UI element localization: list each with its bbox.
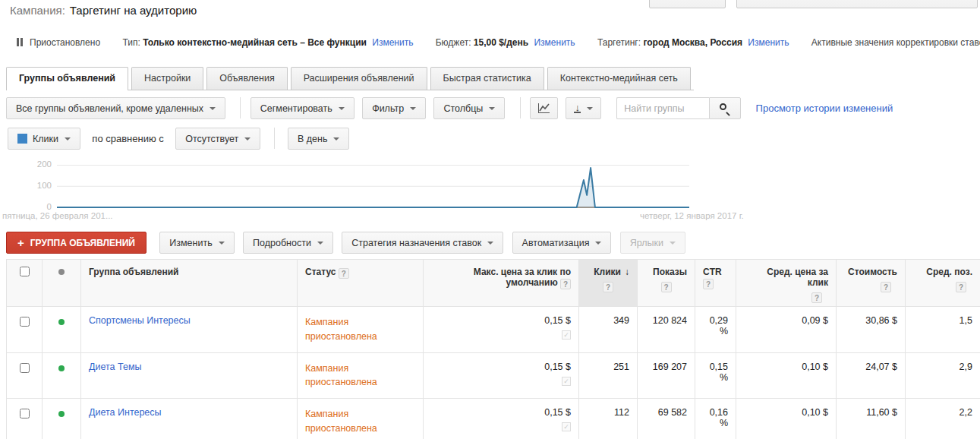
row-checkbox[interactable] (20, 409, 30, 418)
adwords-campaign-page: { "header": { "campaign_label": "Кампани… (0, 0, 980, 439)
add-adgroup-button[interactable]: +Группа объявлений (6, 232, 147, 254)
tab-quick-stats[interactable]: Быстрая статистика (430, 67, 544, 90)
edit-type-link[interactable]: Изменить (372, 37, 413, 48)
cost-value: 24,07 $ (837, 352, 906, 399)
tab-ads[interactable]: Объявления (206, 67, 287, 90)
edit-targeting-link[interactable]: Изменить (748, 37, 789, 48)
help-icon[interactable] (661, 282, 672, 292)
chevron-down-icon (489, 107, 495, 110)
search-input[interactable] (616, 97, 709, 119)
cost-value: 30,86 $ (837, 307, 906, 353)
sort-desc-icon (625, 267, 629, 277)
metric-dropdown[interactable]: Клики (8, 128, 80, 150)
campaign-state: Приостановлено (30, 37, 100, 48)
toolbar: Все группы объявлений, кроме удаленных С… (6, 97, 893, 119)
col-header-impressions[interactable]: Показы (638, 260, 695, 307)
chevron-down-icon (317, 242, 323, 245)
y-tick-label: 200 (0, 159, 52, 169)
change-history-link[interactable]: Просмотр истории изменений (756, 97, 893, 119)
divider (274, 128, 275, 149)
row-status: Кампания приостановлена (305, 315, 390, 344)
adgroups-table: Группа объявлений Статус Макс. цена за к… (6, 259, 980, 439)
col-header-avg-cpc[interactable]: Сред. цена за клик (736, 260, 837, 307)
toggle-chart-button[interactable] (530, 97, 558, 119)
campaign-targeting: Таргетинг: город Москва, Россия Изменить (597, 37, 792, 48)
help-icon[interactable] (339, 268, 349, 279)
row-status: Кампания приостановлена (305, 407, 390, 436)
select-all-checkbox[interactable] (20, 267, 30, 276)
compare-label: по сравнению с (92, 128, 163, 150)
row-checkbox[interactable] (20, 317, 30, 327)
chart-x-start-label: пятница, 26 февраля 201... (2, 211, 113, 220)
table-row: Диета Интересы Кампания приостановлена 0… (7, 399, 980, 439)
download-button[interactable]: ↓ (566, 97, 601, 119)
chevron-down-icon (587, 107, 593, 110)
details-dropdown[interactable]: Подробности (243, 232, 333, 254)
campaign-status-bar: Приостановлено Тип: Только контекстно-ме… (17, 37, 980, 49)
chevron-down-icon (595, 242, 601, 245)
table-header-row: Группа объявлений Статус Макс. цена за к… (7, 260, 980, 307)
search-button[interactable] (709, 97, 741, 119)
help-icon[interactable] (603, 282, 613, 292)
avg-pos-value: 2,9 (906, 352, 980, 399)
y-tick-label: 0 (0, 202, 52, 211)
filter-dropdown[interactable]: Фильтр (362, 97, 426, 119)
targeting-label: Таргетинг: (597, 37, 641, 48)
tab-adgroups[interactable]: Группы объявлений (6, 67, 128, 90)
header-toolbar-button-partial[interactable] (649, 0, 726, 8)
chevron-down-icon (339, 107, 345, 110)
page-header: Кампания:Таргетинг на аудиторию (10, 4, 197, 17)
help-icon[interactable] (811, 292, 822, 303)
help-icon[interactable] (881, 282, 891, 292)
segment-dropdown[interactable]: Сегментировать (251, 97, 355, 119)
adgroup-link[interactable]: Диета Темы (89, 362, 141, 372)
edit-dropdown[interactable]: Изменить (159, 232, 234, 254)
adgroup-link[interactable]: Диета Интересы (89, 407, 162, 418)
status-dot-icon (58, 319, 65, 325)
avg-cpc-value: 0,10 $ (736, 352, 837, 399)
campaign-type: Тип: Только контекстно-медийная сеть – В… (122, 37, 415, 48)
col-header-adgroup[interactable]: Группа объявлений (81, 260, 298, 307)
row-checkbox[interactable] (20, 363, 30, 373)
edit-bid-icon[interactable] (562, 330, 571, 340)
targeting-value: город Москва, Россия (643, 37, 742, 48)
date-range-button-partial[interactable] (736, 0, 978, 8)
chevron-down-icon (219, 242, 225, 245)
ctr-value: 0,29 % (695, 307, 736, 353)
help-icon[interactable] (956, 282, 966, 292)
adgroup-link[interactable]: Спортсмены Интересы (89, 315, 191, 326)
tab-ad-extensions[interactable]: Расширения объявлений (291, 67, 427, 90)
automation-dropdown[interactable]: Автоматизация (512, 232, 612, 254)
tab-display-network[interactable]: Контекстно-медийная сеть (547, 67, 691, 90)
help-icon[interactable] (560, 279, 571, 289)
search-icon (720, 103, 726, 110)
view-filter-dropdown[interactable]: Все группы объявлений, кроме удаленных (6, 97, 225, 119)
chart-icon (538, 103, 550, 113)
avg-pos-value: 2,2 (906, 399, 980, 439)
chevron-down-icon (210, 107, 216, 110)
row-status: Кампания приостановлена (305, 362, 390, 390)
plus-icon: + (17, 237, 24, 248)
max-cpc-value: 0,15 $ (431, 315, 571, 326)
help-icon[interactable] (703, 279, 714, 289)
impressions-value: 69 582 (638, 399, 695, 439)
col-header-cost[interactable]: Стоимость (837, 260, 906, 307)
edit-bid-icon[interactable] (562, 422, 571, 431)
edit-bid-icon[interactable] (562, 377, 571, 386)
divider (520, 97, 521, 118)
col-header-ctr[interactable]: CTR (695, 260, 736, 307)
status-dot-icon (58, 411, 65, 417)
compare-dropdown[interactable]: Отсутствует (175, 128, 260, 150)
col-header-avg-pos[interactable]: Сред. поз. (906, 260, 980, 307)
status-dot-icon (58, 365, 65, 371)
col-header-status[interactable]: Статус (298, 260, 424, 307)
period-dropdown[interactable]: В день (288, 128, 349, 150)
max-cpc-value: 0,15 $ (431, 407, 571, 418)
edit-budget-link[interactable]: Изменить (534, 37, 575, 48)
columns-dropdown[interactable]: Столбцы (433, 97, 505, 119)
tab-settings[interactable]: Настройки (131, 67, 203, 90)
view-filter-label: Все группы объявлений, кроме удаленных (16, 103, 203, 114)
bid-strategy-dropdown[interactable]: Стратегия назначения ставок (342, 232, 503, 254)
col-header-clicks[interactable]: Клики (579, 260, 638, 307)
col-header-max-cpc[interactable]: Макс. цена за клик по умолчанию (424, 260, 579, 307)
